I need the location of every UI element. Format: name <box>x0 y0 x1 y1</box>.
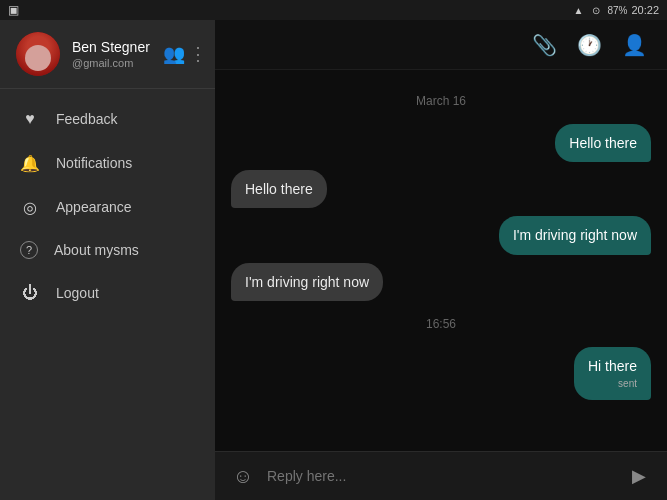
message-text: Hi there <box>588 358 637 374</box>
bubble-sent-1: Hello there <box>555 124 651 162</box>
appearance-label: Appearance <box>56 199 132 215</box>
message-row: Hello there <box>231 170 651 208</box>
contact-icon[interactable]: 👤 <box>622 33 647 57</box>
message-meta: sent <box>588 377 637 390</box>
add-contact-icon[interactable]: 👥 <box>163 43 185 65</box>
sidebar-header-icons[interactable]: 👥 ⋮ <box>163 43 207 65</box>
feedback-label: Feedback <box>56 111 117 127</box>
input-area: ☺ ▶ <box>215 451 667 500</box>
message-text: Hello there <box>569 135 637 151</box>
bubble-received-2: I'm driving right now <box>231 263 383 301</box>
sidebar-item-feedback[interactable]: ♥ Feedback <box>0 97 215 141</box>
status-left: ▣ <box>8 3 19 17</box>
message-row: Hi there sent <box>231 347 651 400</box>
time-display: 20:22 <box>631 4 659 16</box>
power-icon: ⏻ <box>20 283 40 303</box>
bubble-received-1: Hello there <box>231 170 327 208</box>
history-icon[interactable]: 🕐 <box>577 33 602 57</box>
emoji-icon: ☺ <box>233 465 253 488</box>
battery-level: 87% <box>607 5 627 16</box>
app-icon: ▣ <box>8 3 19 17</box>
bubble-sent-3: Hi there sent <box>574 347 651 400</box>
chat-toolbar: 📎 🕐 👤 <box>215 20 667 70</box>
signal-icon: ▲ <box>571 3 585 17</box>
logout-label: Logout <box>56 285 99 301</box>
appearance-icon: ◎ <box>20 197 40 217</box>
notifications-label: Notifications <box>56 155 132 171</box>
about-icon: ? <box>20 241 38 259</box>
attach-icon[interactable]: 📎 <box>532 33 557 57</box>
send-button[interactable]: ▶ <box>623 460 655 492</box>
sidebar-item-about[interactable]: ? About mysms <box>0 229 215 271</box>
message-text: Hello there <box>245 181 313 197</box>
bell-icon: 🔔 <box>20 153 40 173</box>
sidebar-header: Ben Stegner @gmail.com 👥 ⋮ <box>0 20 215 89</box>
avatar <box>16 32 60 76</box>
message-row: Hello there <box>231 124 651 162</box>
bubble-sent-2: I'm driving right now <box>499 216 651 254</box>
more-icon[interactable]: ⋮ <box>189 43 207 65</box>
message-row: I'm driving right now <box>231 216 651 254</box>
message-text: I'm driving right now <box>245 274 369 290</box>
sidebar-item-logout[interactable]: ⏻ Logout <box>0 271 215 315</box>
send-icon: ▶ <box>632 465 646 487</box>
message-row: I'm driving right now <box>231 263 651 301</box>
heart-icon: ♥ <box>20 109 40 129</box>
sidebar-item-notifications[interactable]: 🔔 Notifications <box>0 141 215 185</box>
status-bar: ▣ ▲ ⊙ 87% 20:22 <box>0 0 667 20</box>
wifi-icon: ⊙ <box>589 3 603 17</box>
avatar-image <box>16 32 60 76</box>
sidebar: Ben Stegner @gmail.com 👥 ⋮ ♥ Feedback 🔔 … <box>0 20 215 500</box>
emoji-button[interactable]: ☺ <box>227 460 259 492</box>
status-right: ▲ ⊙ 87% 20:22 <box>571 3 659 17</box>
sidebar-menu: ♥ Feedback 🔔 Notifications ◎ Appearance … <box>0 89 215 500</box>
message-input[interactable] <box>267 464 615 488</box>
about-label: About mysms <box>54 242 139 258</box>
date-label-march: March 16 <box>231 94 651 108</box>
avatar-face <box>25 45 51 71</box>
chat-area: March 16 Hello there Hello there I'm dri… <box>215 70 667 500</box>
sidebar-item-appearance[interactable]: ◎ Appearance <box>0 185 215 229</box>
time-label-afternoon: 16:56 <box>231 317 651 331</box>
message-text: I'm driving right now <box>513 227 637 243</box>
chat-messages: March 16 Hello there Hello there I'm dri… <box>215 70 667 451</box>
